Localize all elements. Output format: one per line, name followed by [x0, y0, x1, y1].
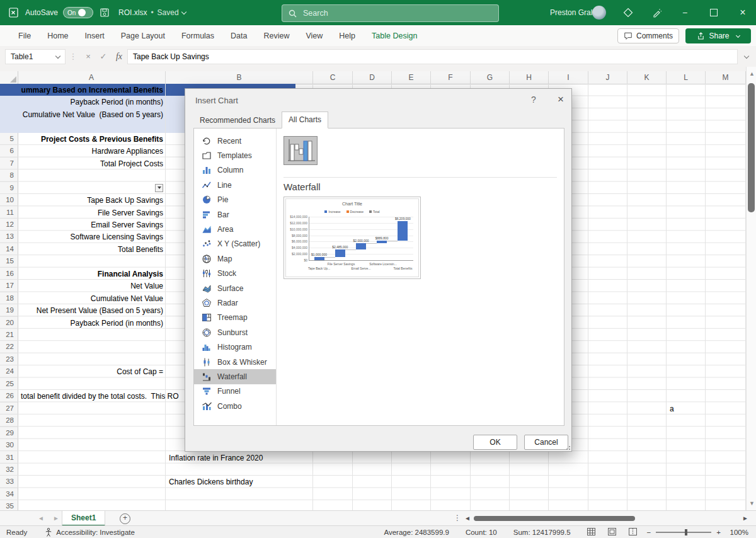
accessibility-icon[interactable] [45, 528, 52, 537]
cell-A5[interactable]: Project Costs & Previous Benefits [41, 134, 163, 145]
formula-input[interactable]: Tape Back Up Savings [127, 49, 738, 64]
chart-type-column[interactable]: Column [194, 163, 276, 178]
filter-dropdown-button[interactable] [155, 184, 163, 192]
scroll-down-icon[interactable]: ▼ [749, 500, 755, 507]
ribbon-tab-formulas[interactable]: Formulas [173, 27, 222, 45]
column-header-j[interactable]: J [588, 71, 627, 84]
chart-type-combo[interactable]: Combo [194, 399, 276, 413]
chart-type-box-whisker[interactable]: Box & Whisker [194, 355, 276, 369]
minimize-button[interactable]: − [674, 0, 696, 25]
chart-type-line[interactable]: Line [194, 178, 276, 192]
name-box[interactable]: Table1 [5, 49, 66, 64]
dialog-close-button[interactable]: × [554, 93, 568, 106]
cell-B31[interactable]: Inflation rate in France 2020 [169, 452, 263, 464]
chart-type-templates[interactable]: Templates [194, 148, 276, 163]
ribbon-tab-page-layout[interactable]: Page Layout [113, 27, 173, 45]
column-header-d[interactable]: D [353, 71, 392, 84]
scroll-up-icon[interactable]: ▲ [749, 71, 755, 77]
excel-app-icon[interactable] [8, 7, 19, 18]
ribbon-tab-review[interactable]: Review [255, 27, 297, 45]
cell-A11[interactable]: File Server Savings [98, 207, 163, 219]
dialog-help-button[interactable]: ? [527, 94, 540, 105]
cancel-button[interactable]: Cancel [524, 435, 568, 450]
dialog-tab-recommended-charts[interactable]: Recommended Charts [193, 113, 282, 129]
column-header-l[interactable]: L [667, 71, 706, 84]
column-header-e[interactable]: E [392, 71, 431, 84]
zoom-track[interactable] [656, 532, 711, 533]
column-header-g[interactable]: G [471, 71, 510, 84]
sheet-tab-sheet1[interactable]: Sheet1 [62, 511, 105, 526]
cancel-entry-icon[interactable]: × [81, 52, 96, 61]
cell-A7[interactable]: Total Project Costs [100, 158, 163, 169]
cell-A12[interactable]: Email Server Savings [91, 219, 163, 231]
cell-L27[interactable]: a [670, 403, 674, 415]
column-header-f[interactable]: F [431, 71, 471, 84]
cell-A18[interactable]: Cumulative Net Value [91, 293, 163, 304]
column-header-k[interactable]: K [627, 71, 667, 84]
column-header-m[interactable]: M [706, 71, 746, 84]
document-title[interactable]: ROI.xlsx • Saved [118, 8, 186, 17]
cell-A14[interactable]: Total Benefits [118, 244, 163, 255]
save-icon[interactable] [100, 8, 110, 18]
sheet-options-icon[interactable]: ⋮ [454, 513, 461, 522]
avatar[interactable] [592, 6, 606, 20]
cell-A6[interactable]: Hardware Appliances [92, 146, 163, 157]
ribbon-tab-home[interactable]: Home [39, 27, 76, 45]
chart-type-x-y-scatter[interactable]: X Y (Scatter) [194, 237, 276, 251]
dialog-titlebar[interactable]: Insert Chart ? × [185, 89, 571, 112]
cell-A16[interactable]: Financial Analysis [98, 268, 163, 280]
cell-A26[interactable]: total benefit divided by the total costs… [21, 391, 179, 402]
chart-type-radar[interactable]: Radar [194, 295, 276, 310]
ribbon-tab-table-design[interactable]: Table Design [364, 27, 425, 45]
ok-button[interactable]: OK [473, 435, 517, 450]
chart-type-recent[interactable]: Recent [194, 134, 276, 148]
page-break-view-icon[interactable] [629, 528, 637, 537]
accessibility-status[interactable]: Accessibility: Investigate [56, 529, 135, 536]
cell-A1[interactable]: ummary Based on Incremental Benefits [21, 84, 163, 96]
cell-A24[interactable]: Cost of Cap = [117, 366, 163, 377]
dialog-tab-all-charts[interactable]: All Charts [282, 112, 328, 129]
column-header-c[interactable]: C [313, 71, 353, 84]
search-bar[interactable] [282, 4, 499, 22]
chart-type-waterfall[interactable]: Waterfall [194, 369, 276, 384]
zoom-out-icon[interactable]: − [647, 529, 651, 536]
status-stat-count[interactable]: Count: 10 [466, 529, 497, 536]
hscroll-right-icon[interactable]: ► [742, 515, 748, 522]
vertical-scrollbar[interactable]: ▲ ▼ [746, 67, 756, 510]
vertical-scroll-thumb[interactable] [748, 83, 755, 212]
next-sheet-icon[interactable]: ► [53, 515, 59, 522]
waterfall-subtype-thumbnail[interactable] [284, 136, 318, 165]
share-button[interactable]: Share [685, 28, 751, 43]
cell-A17[interactable]: Net Value [130, 280, 163, 292]
cell-A3[interactable]: Cumulative Net Value (Based on 5 years) [23, 109, 163, 120]
maximize-button[interactable] [703, 0, 724, 25]
ribbon-tab-view[interactable]: View [297, 27, 331, 45]
select-all-corner[interactable] [0, 71, 18, 84]
hscroll-left-icon[interactable]: ◄ [464, 515, 471, 522]
chart-type-surface[interactable]: Surface [194, 281, 276, 295]
user-name[interactable]: Preston Gralla [550, 8, 598, 17]
chart-type-map[interactable]: Map [194, 251, 276, 266]
page-layout-view-icon[interactable] [608, 528, 616, 537]
zoom-in-icon[interactable]: + [716, 529, 721, 536]
prev-sheet-icon[interactable]: ◄ [38, 515, 44, 522]
insert-function-icon[interactable]: fx [111, 52, 127, 62]
dialog-resize-grip[interactable] [565, 445, 570, 450]
normal-view-icon[interactable] [587, 528, 595, 537]
cell-A13[interactable]: Software Licensing Savings [71, 231, 163, 243]
ribbon-tab-file[interactable]: File [10, 27, 39, 45]
status-stat-average[interactable]: Average: 2483599.9 [384, 529, 449, 536]
chart-type-bar[interactable]: Bar [194, 207, 276, 222]
status-stat-sum[interactable]: Sum: 12417999.5 [513, 529, 571, 536]
column-header-i[interactable]: I [549, 71, 588, 84]
chart-type-stock[interactable]: Stock [194, 266, 276, 281]
search-input[interactable] [302, 8, 468, 18]
cell-A2[interactable]: Payback Period (in months) [71, 96, 163, 108]
expand-formula-bar-icon[interactable] [744, 53, 749, 58]
horizontal-scroll-thumb[interactable] [474, 516, 635, 521]
chart-type-sunburst[interactable]: Sunburst [194, 325, 276, 340]
column-header-a[interactable]: A [18, 71, 166, 84]
ribbon-tab-data[interactable]: Data [222, 27, 255, 45]
editing-pen-icon[interactable] [651, 7, 663, 21]
diamond-icon[interactable] [622, 7, 634, 21]
